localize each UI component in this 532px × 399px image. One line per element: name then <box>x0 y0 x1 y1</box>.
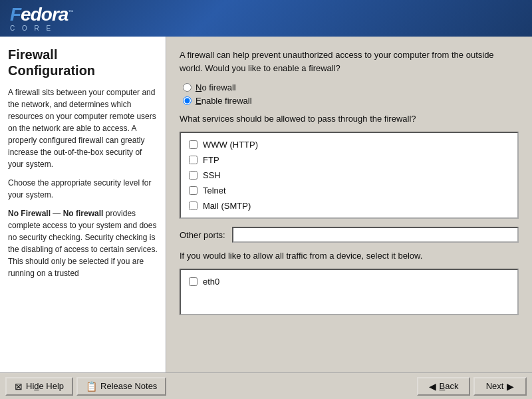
footer-right: ◀ Back Next ▶ <box>417 377 527 396</box>
sidebar-para-2: Choose the appropriate security level fo… <box>8 177 158 201</box>
back-label: Back <box>440 381 459 391</box>
release-notes-button[interactable]: 📋 Release Notes <box>76 377 166 396</box>
trademark-symbol: ™ <box>68 9 72 15</box>
checkbox-mail[interactable] <box>189 201 198 210</box>
radio-no-firewall[interactable]: No firewall <box>183 82 519 92</box>
service-ssh[interactable]: SSH <box>189 170 509 180</box>
fedora-logo-text: Fedora™ <box>10 5 72 24</box>
hide-help-label: Hide Help <box>26 381 64 391</box>
device-eth0-label: eth0 <box>203 277 219 287</box>
next-label: Next <box>486 381 504 391</box>
main-content: FirewallConfiguration A firewall sits be… <box>0 37 532 372</box>
other-ports-row: Other ports: <box>180 227 519 243</box>
header: Fedora™ C O R E <box>0 0 532 37</box>
footer: ⊠ Hide Help 📋 Release Notes ◀ Back Next … <box>0 372 532 399</box>
other-ports-input[interactable] <box>232 227 519 243</box>
core-subtitle: C O R E <box>10 25 53 32</box>
sidebar-title: FirewallConfiguration <box>8 47 158 78</box>
device-label: If you would like to allow all traffic f… <box>180 251 519 261</box>
release-notes-label: Release Notes <box>100 381 157 391</box>
radio-enable-firewall[interactable]: Enable firewall <box>183 96 519 106</box>
radio-enable-firewall-input[interactable] <box>183 96 192 105</box>
service-ssh-label: SSH <box>203 170 221 180</box>
release-notes-icon: 📋 <box>86 381 97 392</box>
next-button[interactable]: Next ▶ <box>473 377 527 396</box>
checkbox-eth0[interactable] <box>189 277 198 286</box>
checkbox-ftp[interactable] <box>189 156 198 164</box>
other-ports-label: Other ports: <box>180 230 225 240</box>
back-icon: ◀ <box>429 381 436 392</box>
service-www-label: WWW (HTTP) <box>203 140 258 150</box>
radio-no-firewall-label: No firewall <box>196 82 236 92</box>
sidebar: FirewallConfiguration A firewall sits be… <box>0 37 166 372</box>
sidebar-scroll[interactable]: FirewallConfiguration A firewall sits be… <box>0 37 166 372</box>
next-icon: ▶ <box>507 381 514 392</box>
service-www[interactable]: WWW (HTTP) <box>189 140 509 150</box>
service-mail-label: Mail (SMTP) <box>203 201 251 211</box>
device-box: eth0 <box>180 269 519 315</box>
checkbox-ssh[interactable] <box>189 171 198 180</box>
sidebar-para-3: No Firewall — No firewall provides compl… <box>8 207 158 279</box>
fedora-logo: Fedora™ C O R E <box>10 5 72 32</box>
services-question: What services should be allowed to pass … <box>180 114 519 124</box>
device-eth0[interactable]: eth0 <box>189 277 509 287</box>
service-telnet-label: Telnet <box>203 186 226 196</box>
checkbox-www[interactable] <box>189 140 198 149</box>
service-mail[interactable]: Mail (SMTP) <box>189 201 509 211</box>
sidebar-para-1: A firewall sits between your computer an… <box>8 86 158 170</box>
services-box: WWW (HTTP) FTP SSH Telnet Mail (SMTP) <box>180 132 519 219</box>
service-ftp[interactable]: FTP <box>189 155 509 165</box>
radio-enable-firewall-label: Enable firewall <box>196 96 252 106</box>
service-telnet[interactable]: Telnet <box>189 186 509 196</box>
radio-no-firewall-input[interactable] <box>183 83 192 92</box>
footer-left: ⊠ Hide Help 📋 Release Notes <box>5 377 166 396</box>
checkbox-telnet[interactable] <box>189 186 198 195</box>
content-area: A firewall can help prevent unauthorized… <box>166 37 532 372</box>
hide-help-icon: ⊠ <box>15 381 23 392</box>
service-ftp-label: FTP <box>203 155 219 165</box>
hide-help-button[interactable]: ⊠ Hide Help <box>5 377 73 396</box>
back-button[interactable]: ◀ Back <box>417 377 470 396</box>
intro-text: A firewall can help prevent unauthorized… <box>180 49 519 74</box>
firewall-radio-group: No firewall Enable firewall <box>183 82 519 106</box>
